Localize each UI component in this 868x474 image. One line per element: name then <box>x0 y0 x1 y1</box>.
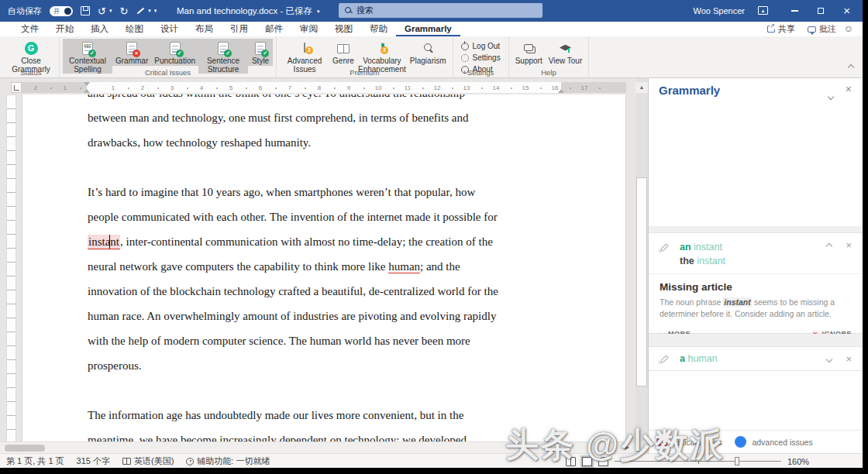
comments-button[interactable]: 批注 <box>808 23 836 35</box>
tab-draw[interactable]: 绘图 <box>117 22 152 36</box>
suggestion-option-2[interactable]: the instant <box>680 255 853 267</box>
language-status[interactable]: 英语(美国) <box>122 455 174 467</box>
text-line[interactable]: prosperous. <box>88 353 568 378</box>
ruler-number: 17 <box>581 84 588 91</box>
suggestion-card-human[interactable]: a human <box>649 346 863 371</box>
tab-stop-selector[interactable] <box>11 82 22 93</box>
power-icon <box>461 43 469 50</box>
document-title[interactable]: Man and technology.docx - 已保存 <box>177 5 319 17</box>
redo-icon[interactable] <box>119 4 128 18</box>
issue-description: The noun phrase instant seems to be miss… <box>660 297 852 320</box>
ruler-number: 2 <box>141 84 144 91</box>
accessibility-icon <box>186 458 194 465</box>
tab-help[interactable]: 帮助 <box>361 22 396 36</box>
error-word-human[interactable]: human <box>388 260 420 273</box>
text-line[interactable]: instant, inter-continental communication… <box>88 229 568 254</box>
tab-review[interactable]: 审阅 <box>291 22 326 36</box>
minimize-button[interactable] <box>791 10 798 11</box>
tab-references[interactable]: 引用 <box>222 22 257 36</box>
punctuation-button[interactable]: Punctuation <box>151 39 198 66</box>
tab-design[interactable]: 设计 <box>152 22 187 36</box>
grammarly-panel: Grammarly an instant the instant Missing… <box>648 78 863 453</box>
tab-layout[interactable]: 布局 <box>187 22 222 36</box>
vertical-scroll-thumb[interactable] <box>636 177 647 386</box>
search-input[interactable]: 搜索 <box>339 3 542 18</box>
grammar-button[interactable]: Grammar <box>112 39 151 66</box>
count-badge: 3 <box>381 46 388 54</box>
tab-mailings[interactable]: 邮件 <box>257 22 291 36</box>
word-count-status[interactable]: 315 个字 <box>77 455 110 467</box>
restore-button[interactable] <box>818 8 824 14</box>
document-canvas: 211234567891011121314151617 and spread o… <box>0 78 648 453</box>
autosave-label: 自动保存 <box>8 5 42 17</box>
tab-view[interactable]: 视图 <box>326 22 361 36</box>
text-line[interactable]: drawbacks, how technology reshaped human… <box>88 130 568 155</box>
vertical-scrollbar[interactable] <box>636 78 648 441</box>
dismiss-card-icon[interactable] <box>846 239 852 251</box>
title-bar: 自动保存 开 Man and technology.docx - 已保存 搜索 … <box>0 0 863 22</box>
text-line[interactable]: meantime, we have become increasingly de… <box>88 428 568 441</box>
logout-button[interactable]: Log Out <box>461 41 501 51</box>
hanging-indent-marker[interactable] <box>84 89 90 93</box>
page-number-status[interactable]: 第 1 页, 共 1 页 <box>6 455 64 467</box>
expand-card-icon[interactable] <box>826 356 832 362</box>
undo-icon[interactable] <box>98 4 106 18</box>
text-cursor <box>109 235 110 249</box>
search-placeholder: 搜索 <box>356 5 374 16</box>
dismiss-card-icon[interactable] <box>846 353 852 365</box>
group-label-help: Help <box>509 68 589 77</box>
accessibility-status[interactable]: 辅助功能: 一切就绪 <box>186 455 270 467</box>
support-button[interactable]: Support <box>512 39 546 66</box>
zoom-slider-knob[interactable] <box>735 457 739 465</box>
save-icon[interactable] <box>81 6 90 15</box>
text-line[interactable]: with the help of modern computer science… <box>88 328 568 353</box>
watermark: 头条 @少数派 <box>505 423 725 468</box>
panel-close-icon[interactable] <box>846 83 852 95</box>
status-bar: 第 1 页, 共 1 页 315 个字 英语(美国) 辅助功能: 一切就绪 16… <box>0 453 863 468</box>
ruler-number: 7 <box>288 84 291 91</box>
text-line[interactable]: neural network gave computers the capabi… <box>88 254 568 279</box>
group-label-critical-issues: Critical Issues <box>60 68 276 77</box>
tab-file[interactable]: 文件 <box>12 22 47 36</box>
share-button[interactable]: 共享 <box>767 23 795 35</box>
tab-insert[interactable]: 插入 <box>82 22 117 36</box>
text-line[interactable]: It’s hard to imagine that 10 years ago, … <box>88 180 568 204</box>
close-window-button[interactable] <box>843 4 850 18</box>
advanced-issues-label[interactable]: advanced issues <box>752 438 812 447</box>
search-icon <box>345 7 352 14</box>
pen-dropdown-icon[interactable] <box>148 8 151 14</box>
settings-button[interactable]: Settings <box>461 53 501 63</box>
autosave-toggle[interactable]: 开 <box>50 6 73 16</box>
tab-grammarly[interactable]: Grammarly <box>396 22 460 36</box>
collapse-ribbon-icon[interactable] <box>849 59 853 73</box>
right-indent-marker[interactable] <box>558 89 564 93</box>
plagiarism-button[interactable]: Plagiarism <box>407 39 450 66</box>
panel-dropdown-icon[interactable] <box>828 88 833 102</box>
qat-customize-icon[interactable] <box>154 8 157 14</box>
ruler-number: 8 <box>318 84 321 91</box>
first-line-indent-marker[interactable] <box>84 82 90 86</box>
error-word-instant[interactable]: instant <box>88 235 120 249</box>
ruler-number: 9 <box>347 84 350 91</box>
undo-dropdown-icon[interactable] <box>109 8 112 14</box>
text-line[interactable]: human race. An overwhelmingly amount of … <box>88 304 568 328</box>
document-page[interactable]: and spread our ideas within the blink of… <box>22 94 626 441</box>
text-line[interactable]: between man and technology, one must fir… <box>88 105 568 130</box>
text-line[interactable]: innovation of the blockchain technology … <box>88 279 568 304</box>
zoom-level[interactable]: 160% <box>787 457 809 466</box>
ruler-number: 6 <box>259 84 262 91</box>
style-button[interactable]: Style <box>248 39 273 66</box>
tab-home[interactable]: 开始 <box>47 22 82 36</box>
view-tour-button[interactable]: View Tour <box>546 39 586 66</box>
ribbon-display-options-icon[interactable] <box>758 6 768 15</box>
horizontal-scroll-thumb[interactable] <box>5 445 45 452</box>
text-line[interactable]: The information age has undoubtedly made… <box>88 403 568 428</box>
text-line[interactable]: and spread our ideas within the blink of… <box>88 94 568 105</box>
text-line[interactable]: people communicated with each other. The… <box>88 204 568 229</box>
genre-button[interactable]: Genre <box>329 39 357 66</box>
advanced-issues-badge[interactable] <box>735 436 746 448</box>
pen-icon[interactable] <box>136 6 145 15</box>
user-account[interactable]: Woo Spencer <box>694 6 745 15</box>
feedback-smiley-icon[interactable] <box>844 23 853 34</box>
scroll-up-icon[interactable] <box>636 82 648 93</box>
